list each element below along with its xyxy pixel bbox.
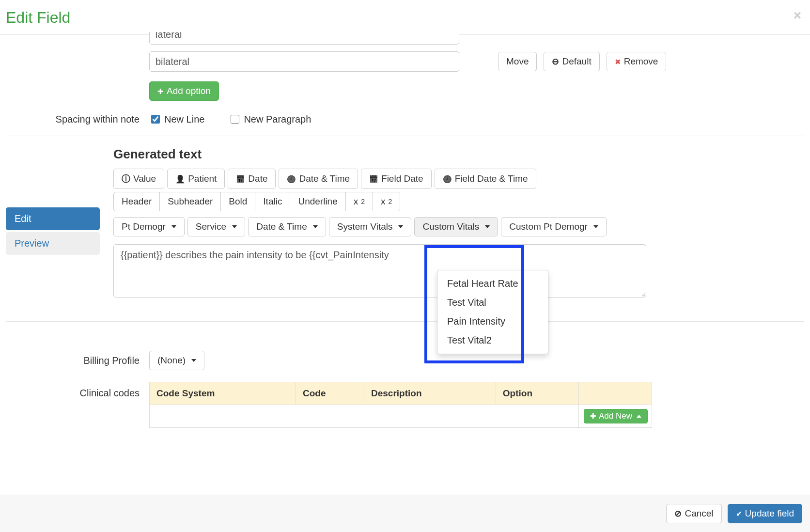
remove-button[interactable]: Remove [607, 52, 667, 71]
format-subscript-button[interactable]: x2 [345, 192, 373, 211]
newline-checkbox-wrap[interactable]: New Line [149, 113, 204, 125]
custom-vitals-item[interactable]: Test Vital2 [437, 331, 548, 350]
modal-header: Edit Field × [0, 0, 810, 35]
table-row: Add New [150, 405, 652, 428]
toolbar-dropdowns: Pt Demogr Service Date & Time System Vit… [113, 214, 804, 236]
custom-ptdemogr-dropdown[interactable]: Custom Pt Demogr [501, 217, 607, 236]
modal-title: Edit Field [6, 9, 804, 27]
modal-edit-field: Edit Field × MoveDefaultRemove Move Defa… [0, 0, 810, 532]
user-icon [175, 173, 185, 184]
caret-down-icon [485, 225, 490, 228]
add-new-code-button[interactable]: Add New [584, 409, 648, 423]
th-actions [578, 382, 652, 405]
generated-title: Generated text [113, 147, 804, 162]
spacing-label: Spacing within note [6, 114, 149, 125]
clock-icon [287, 173, 296, 184]
table-header-row: Code System Code Description Option [150, 382, 652, 405]
move-button[interactable]: Move [498, 52, 537, 71]
calendar-icon [369, 173, 378, 184]
option-input[interactable] [149, 51, 459, 72]
format-header-button[interactable]: Header [113, 192, 160, 211]
format-underline-button[interactable]: Underline [290, 192, 345, 211]
option-row: MoveDefaultRemove [149, 32, 804, 45]
minus-circle-icon [552, 56, 559, 67]
plus-icon [157, 86, 164, 96]
insert-datetime-button[interactable]: Date & Time [279, 169, 358, 189]
newline-label: New Line [164, 114, 204, 125]
default-button[interactable]: Default [544, 52, 599, 71]
clock-icon [443, 173, 452, 184]
th-option: Option [496, 382, 578, 405]
toolbar-insert: Value Patient Date Date & Time Field Dat… [113, 169, 804, 189]
custom-vitals-dropdown[interactable]: Custom Vitals [414, 217, 498, 236]
caret-up-icon [637, 415, 641, 418]
custom-vitals-item[interactable]: Pain Intensity [437, 312, 548, 331]
th-code: Code [296, 382, 364, 405]
update-field-button[interactable]: Update field [728, 504, 802, 523]
newparagraph-label: New Paragraph [244, 114, 311, 125]
custom-vitals-item[interactable]: Fetal Heart Rate [437, 274, 548, 293]
calendar-icon [236, 173, 245, 184]
clinical-codes-label: Clinical codes [6, 382, 149, 399]
tab-edit[interactable]: Edit [6, 207, 100, 230]
info-icon [122, 173, 130, 185]
datetime-dropdown[interactable]: Date & Time [248, 217, 326, 236]
cancel-button[interactable]: Cancel [666, 504, 721, 523]
option-buttons: Move Default Remove [498, 52, 666, 71]
format-superscript-button[interactable]: x2 [373, 192, 400, 211]
insert-fielddate-button[interactable]: Field Date [361, 169, 432, 189]
add-option-row: Add option [149, 81, 804, 101]
format-bold-button[interactable]: Bold [220, 192, 255, 211]
service-dropdown[interactable]: Service [187, 217, 245, 236]
clinical-codes-row: Clinical codes Code System Code Descript… [6, 382, 804, 428]
modal-body: MoveDefaultRemove Move Default Remove Ad… [0, 32, 810, 486]
caret-down-icon [398, 225, 403, 228]
tab-preview[interactable]: Preview [6, 232, 100, 255]
caret-down-icon [171, 225, 176, 228]
format-italic-button[interactable]: Italic [255, 192, 290, 211]
insert-value-button[interactable]: Value [113, 169, 164, 189]
caret-down-icon [313, 225, 318, 228]
caret-down-icon [232, 225, 237, 228]
newparagraph-checkbox[interactable] [231, 115, 239, 124]
generated-text-textarea[interactable] [113, 244, 646, 297]
clinical-codes-table: Code System Code Description Option Add … [149, 382, 652, 428]
close-icon[interactable]: × [794, 8, 801, 23]
ban-icon [674, 508, 682, 519]
insert-fielddatetime-button[interactable]: Field Date & Time [435, 169, 536, 189]
side-tabs: Edit Preview [6, 207, 100, 257]
ptdemogr-dropdown[interactable]: Pt Demogr [113, 217, 185, 236]
newparagraph-checkbox-wrap[interactable]: New Paragraph [229, 113, 311, 125]
modal-footer: Cancel Update field [0, 495, 810, 532]
custom-vitals-menu: Fetal Heart Rate Test Vital Pain Intensi… [437, 270, 548, 354]
newline-checkbox[interactable] [151, 115, 160, 124]
billing-profile-dropdown[interactable]: (None) [149, 351, 204, 370]
insert-date-button[interactable]: Date [228, 169, 276, 189]
option-input[interactable] [149, 32, 459, 45]
check-icon [736, 508, 742, 519]
billing-profile-row: Billing Profile (None) [6, 351, 804, 370]
format-subheader-button[interactable]: Subheader [159, 192, 221, 211]
caret-down-icon [593, 225, 598, 228]
option-row: Move Default Remove [149, 51, 804, 72]
th-codesystem: Code System [150, 382, 296, 405]
plus-icon [590, 411, 596, 421]
caret-down-icon [191, 359, 196, 362]
spacing-row: Spacing within note New Line New Paragra… [6, 113, 804, 125]
insert-patient-button[interactable]: Patient [167, 169, 225, 189]
system-vitals-dropdown[interactable]: System Vitals [329, 217, 412, 236]
toolbar-format: Header Subheader Bold Italic Underline x… [113, 192, 804, 211]
add-option-button[interactable]: Add option [149, 81, 219, 101]
custom-vitals-item[interactable]: Test Vital [437, 293, 548, 312]
billing-profile-label: Billing Profile [6, 355, 149, 366]
th-description: Description [364, 382, 496, 405]
remove-icon [615, 56, 621, 67]
